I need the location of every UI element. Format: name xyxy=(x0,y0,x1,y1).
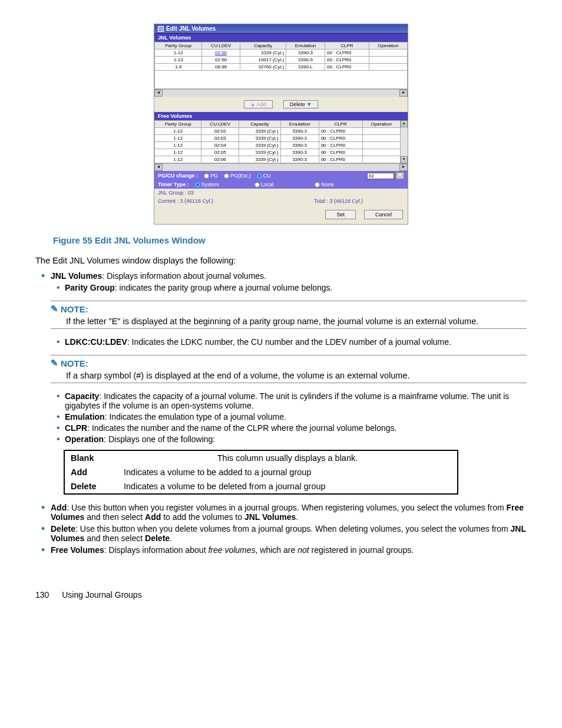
jnl-hscroll[interactable]: ◂▸ xyxy=(154,89,408,97)
table-row[interactable]: 1-908:8932760 (Cyl.)3390-L00 : CLPR0 xyxy=(155,64,408,71)
note-icon: ✎ xyxy=(51,304,58,314)
chevron-down-icon: ▼ xyxy=(306,101,312,107)
col-culdev[interactable]: CU:LDEV xyxy=(202,42,240,50)
window-icon xyxy=(158,26,164,32)
col-operation[interactable]: Operation xyxy=(362,121,400,128)
free-volumes-table: Parity Group CU:LDEV Capacity Emulation … xyxy=(154,120,401,163)
current-info: Current : 3 (46116 Cyl.) xyxy=(158,198,213,204)
operation-table: BlankThis column usually displays a blan… xyxy=(64,450,458,495)
free-vscroll[interactable]: ▴▾ xyxy=(401,120,408,163)
jnl-group-info: JNL Group : 03 xyxy=(154,189,408,197)
figure-caption: Figure 55 Edit JNL Volumes Window xyxy=(53,235,527,245)
set-button[interactable]: Set xyxy=(325,210,356,219)
scroll-down-icon[interactable]: ▾ xyxy=(401,156,408,163)
jnl-volumes-table: Parity Group CU:LDEV Capacity Emulation … xyxy=(154,42,408,89)
note-title: NOTE: xyxy=(61,358,88,368)
dropdown-icon[interactable]: ▾ xyxy=(396,172,404,179)
radio-pg-ext[interactable]: PG(Ext.) xyxy=(224,173,251,179)
col-emulation[interactable]: Emulation xyxy=(286,42,325,50)
free-hscroll[interactable]: ◂▸ xyxy=(154,163,408,171)
window-titlebar: Edit JNL Volumes xyxy=(154,24,408,34)
timer-label: Timer Type : xyxy=(158,182,189,187)
scroll-left-icon[interactable]: ◂ xyxy=(154,164,163,171)
radio-pg[interactable]: PG xyxy=(204,173,218,179)
note-block: ✎NOTE: If a sharp symbol (#) is displaye… xyxy=(51,355,527,383)
note-block: ✎NOTE: If the letter "E" is displayed at… xyxy=(51,301,527,329)
scroll-left-icon[interactable]: ◂ xyxy=(154,90,163,97)
table-row[interactable]: 1-1302:9010017 (Cyl.)3390-900 : CLPR0 xyxy=(155,57,408,64)
col-capacity[interactable]: Capacity xyxy=(240,42,286,50)
page-number: 130 xyxy=(35,590,49,599)
table-row[interactable]: 1-1202:043339 (Cyl.)3390-300 : CLPR0 xyxy=(155,142,401,149)
intro-text: The Edit JNL Volumes window displays the… xyxy=(35,256,527,265)
radio-local[interactable]: Local xyxy=(254,182,274,187)
table-row[interactable]: 1-1202:033339 (Cyl.)3390-300 : CLPR0 xyxy=(155,135,401,142)
col-parity-group[interactable]: Parity Group xyxy=(155,42,202,50)
col-clpr[interactable]: CLPR xyxy=(319,121,362,128)
list-item: Parity Group: indicates the parity group… xyxy=(65,283,527,292)
note-body: If the letter "E" is displayed at the be… xyxy=(66,317,527,326)
list-item: LDKC:CU:LDEV: Indicates the LDKC number,… xyxy=(65,337,527,347)
radio-system[interactable]: System xyxy=(195,182,219,187)
list-item: Free Volumes: Displays information about… xyxy=(51,545,527,555)
col-parity-group[interactable]: Parity Group xyxy=(155,121,201,128)
note-body: If a sharp symbol (#) is displayed at th… xyxy=(66,371,527,380)
list-item: Add: Use this button when you register v… xyxy=(51,503,527,522)
jnl-volumes-header: JNL Volumes xyxy=(154,34,408,42)
list-item: Capacity: Indicates the capacity of a jo… xyxy=(65,391,527,410)
list-item: Emulation: Indicates the emulation type … xyxy=(65,412,527,421)
page-footer: 130 Using Journal Groups xyxy=(35,590,527,599)
delete-button[interactable]: Delete ▼ xyxy=(283,100,318,108)
timer-type-bar: Timer Type : System Local None xyxy=(154,180,408,189)
list-item: CLPR: Indicates the number and the name … xyxy=(65,423,527,433)
radio-none[interactable]: None xyxy=(315,182,334,187)
pgcu-change-bar: PG/CU change : PG PG(Ext.) CU 02 ▾ xyxy=(154,171,408,180)
free-volumes-header: Free Volumes xyxy=(154,112,408,120)
col-clpr[interactable]: CLPR xyxy=(325,42,369,50)
table-row[interactable]: 1-1202:023339 (Cyl.)3390-300 : CLPR0 xyxy=(155,128,401,135)
col-emulation[interactable]: Emulation xyxy=(280,121,319,128)
scroll-up-icon[interactable]: ▴ xyxy=(401,120,408,127)
add-button[interactable]: ▲ Add xyxy=(244,100,273,108)
table-row[interactable]: 1-1202:053339 (Cyl.)3390-300 : CLPR0 xyxy=(155,149,401,156)
scroll-right-icon[interactable]: ▸ xyxy=(399,90,408,97)
col-operation[interactable]: Operation xyxy=(369,42,407,50)
section-title: Using Journal Groups xyxy=(62,590,141,599)
radio-cu[interactable]: CU xyxy=(257,173,271,179)
total-info: Total : 3 (46116 Cyl.) xyxy=(314,198,363,204)
list-item: Operation: Displays one of the following… xyxy=(65,434,527,444)
list-item: Delete: Use this button when you delete … xyxy=(51,524,527,543)
window-title: Edit JNL Volumes xyxy=(166,25,216,32)
cancel-button[interactable]: Cancel xyxy=(364,210,403,219)
note-title: NOTE: xyxy=(61,304,88,314)
table-row[interactable]: 1-1202:003339 (Cyl.)3390-300 : CLPR0 xyxy=(155,50,408,57)
pgcu-label: PG/CU change : xyxy=(158,173,198,179)
note-icon: ✎ xyxy=(51,358,58,368)
scroll-right-icon[interactable]: ▸ xyxy=(399,164,408,171)
list-item: JNL Volumes: Displays information about … xyxy=(51,271,527,292)
edit-jnl-window: Edit JNL Volumes JNL Volumes Parity Grou… xyxy=(154,24,408,225)
table-row[interactable]: 1-1202:063339 (Cyl.)3390-300 : CLPR0 xyxy=(155,156,401,163)
col-culdev[interactable]: CU:LDEV xyxy=(201,121,239,128)
cu-select[interactable]: 02 xyxy=(367,173,394,179)
col-capacity[interactable]: Capacity xyxy=(239,121,281,128)
